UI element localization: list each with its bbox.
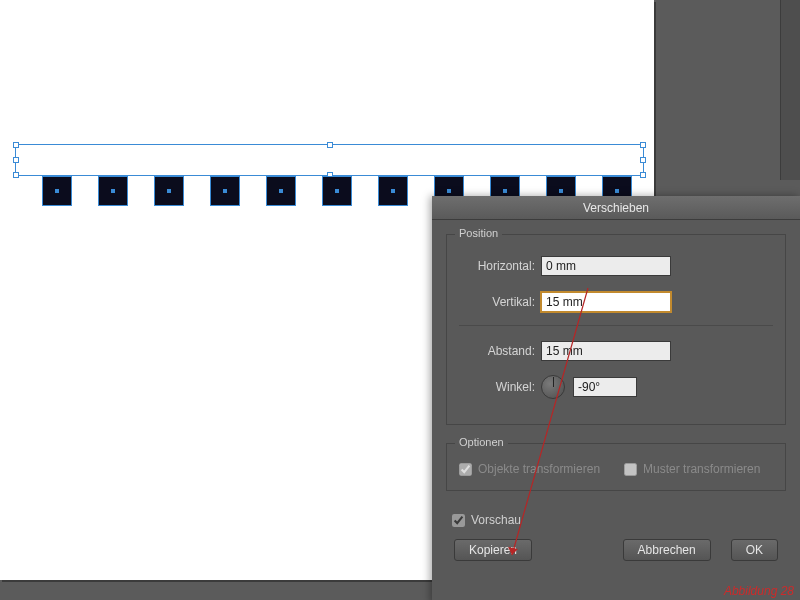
divider <box>459 325 773 326</box>
selected-square[interactable] <box>98 176 128 206</box>
vorschau-checkbox[interactable]: Vorschau <box>452 513 521 527</box>
position-group: Position Horizontal: 0 mm Vertikal: 15 m… <box>446 234 786 425</box>
selected-square[interactable] <box>378 176 408 206</box>
objekte-transformieren-checkbox: Objekte transformieren <box>459 462 600 476</box>
kopieren-button[interactable]: Kopieren <box>454 539 532 561</box>
handle-bottom-left[interactable] <box>13 172 19 178</box>
handle-top-right[interactable] <box>640 142 646 148</box>
dialog-title: Verschieben <box>432 196 800 220</box>
muster-label: Muster transformieren <box>643 462 760 476</box>
ok-button[interactable]: OK <box>731 539 778 561</box>
vertikal-label: Vertikal: <box>459 295 535 309</box>
handle-mid-right[interactable] <box>640 157 646 163</box>
angle-knob-icon[interactable] <box>541 375 565 399</box>
move-dialog: Verschieben Position Horizontal: 0 mm Ve… <box>432 196 800 600</box>
winkel-field[interactable]: -90° <box>573 377 637 397</box>
handle-bottom-right[interactable] <box>640 172 646 178</box>
optionen-group: Optionen Objekte transformieren Muster t… <box>446 443 786 491</box>
horizontal-field[interactable]: 0 mm <box>541 256 671 276</box>
vertikal-field[interactable]: 15 mm <box>541 292 671 312</box>
selection-bounding-box[interactable] <box>15 144 644 176</box>
muster-transformieren-checkbox: Muster transformieren <box>624 462 760 476</box>
vorschau-label: Vorschau <box>471 513 521 527</box>
abstand-field[interactable]: 15 mm <box>541 341 671 361</box>
abstand-label: Abstand: <box>459 344 535 358</box>
vorschau-checkbox-input[interactable] <box>452 514 465 527</box>
selected-square[interactable] <box>42 176 72 206</box>
winkel-label: Winkel: <box>459 380 535 394</box>
objekte-label: Objekte transformieren <box>478 462 600 476</box>
position-group-label: Position <box>455 227 502 239</box>
vertical-ruler <box>780 0 800 180</box>
figure-caption: Abbildung 28 <box>724 584 794 598</box>
selected-square[interactable] <box>154 176 184 206</box>
muster-checkbox-input <box>624 463 637 476</box>
selected-square[interactable] <box>210 176 240 206</box>
selected-square[interactable] <box>322 176 352 206</box>
abbrechen-button[interactable]: Abbrechen <box>623 539 711 561</box>
horizontal-label: Horizontal: <box>459 259 535 273</box>
optionen-group-label: Optionen <box>455 436 508 448</box>
selected-square[interactable] <box>266 176 296 206</box>
handle-mid-left[interactable] <box>13 157 19 163</box>
handle-mid-top[interactable] <box>327 142 333 148</box>
handle-top-left[interactable] <box>13 142 19 148</box>
objekte-checkbox-input <box>459 463 472 476</box>
